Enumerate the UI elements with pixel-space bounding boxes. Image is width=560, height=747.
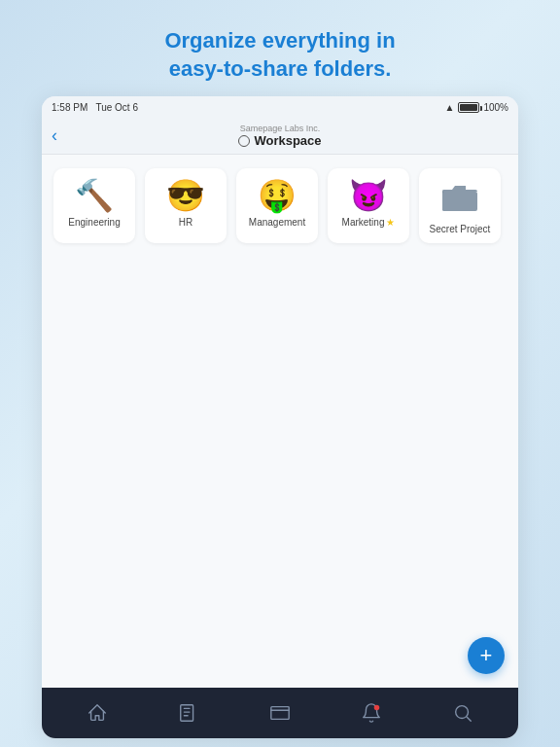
workspace-icon: [238, 135, 250, 147]
folder-name-hr: HR: [179, 217, 192, 229]
bottom-nav-search[interactable]: [442, 698, 483, 728]
hero-title-line2: easy-to-share folders.: [169, 56, 392, 81]
folder-card-management[interactable]: 🤑 Management: [236, 168, 318, 243]
folder-card-hr[interactable]: 😎 HR: [145, 168, 227, 243]
folder-name-secret-project: Secret Project: [430, 224, 491, 235]
nav-bar: ‹ Samepage Labs Inc. Workspace: [42, 118, 518, 155]
notifications-icon: [361, 702, 382, 724]
status-bar: 1:58 PM Tue Oct 6 ▲ 100%: [42, 96, 518, 118]
media-icon: [269, 702, 291, 724]
status-indicators: ▲ 100%: [445, 102, 508, 113]
bottom-nav: [42, 688, 518, 738]
folder-name-marketing: Marketing ★: [342, 217, 396, 229]
bottom-nav-pages[interactable]: [168, 698, 209, 728]
svg-point-5: [456, 706, 469, 719]
wifi-icon: ▲: [445, 102, 455, 113]
status-date: Tue Oct 6: [95, 102, 138, 113]
star-icon-marketing: ★: [386, 217, 395, 229]
svg-point-4: [374, 705, 380, 711]
status-time: 1:58 PM: [52, 102, 88, 113]
svg-rect-2: [181, 705, 193, 722]
battery-pct: 100%: [483, 102, 508, 113]
folder-name-management: Management: [249, 217, 305, 229]
status-time-date: 1:58 PM Tue Oct 6: [52, 102, 138, 113]
workspace-label: Workspace: [254, 133, 321, 148]
svg-rect-3: [271, 707, 289, 720]
folder-card-secret-project[interactable]: Secret Project: [419, 168, 501, 243]
nav-workspace: Workspace: [238, 133, 321, 148]
main-content: 🔨 Engineering 😎 HR 🤑 Management: [42, 155, 518, 688]
folder-emoji-hr: 😎: [166, 180, 205, 211]
folder-emoji-secret-project: [442, 180, 477, 218]
nav-center: Samepage Labs Inc. Workspace: [238, 124, 321, 148]
device-frame: 1:58 PM Tue Oct 6 ▲ 100% ‹ Samepage Labs…: [42, 96, 518, 738]
folder-card-engineering[interactable]: 🔨 Engineering: [53, 168, 135, 243]
folder-name-engineering: Engineering: [68, 217, 120, 229]
hero-title-line1: Organize everything in: [164, 28, 395, 53]
search-icon: [452, 702, 473, 724]
battery-indicator: [458, 102, 479, 113]
folder-emoji-engineering: 🔨: [75, 180, 114, 211]
svg-rect-1: [442, 192, 477, 211]
hero-section: Organize everything in easy-to-share fol…: [164, 27, 395, 83]
nav-company: Samepage Labs Inc.: [240, 124, 321, 133]
fab-add-button[interactable]: +: [468, 637, 505, 674]
folder-card-marketing[interactable]: 😈 Marketing ★: [328, 168, 409, 243]
folder-emoji-marketing: 😈: [349, 180, 388, 211]
pages-icon: [178, 702, 199, 724]
folders-grid: 🔨 Engineering 😎 HR 🤑 Management: [42, 155, 518, 257]
hero-title: Organize everything in easy-to-share fol…: [164, 27, 395, 83]
folder-emoji-management: 🤑: [258, 180, 297, 211]
bottom-nav-notifications[interactable]: [351, 698, 392, 728]
battery-fill: [460, 104, 477, 111]
home-icon: [87, 702, 108, 724]
back-button[interactable]: ‹: [52, 125, 57, 146]
bottom-nav-media[interactable]: [260, 698, 300, 728]
bottom-nav-home[interactable]: [77, 698, 118, 728]
